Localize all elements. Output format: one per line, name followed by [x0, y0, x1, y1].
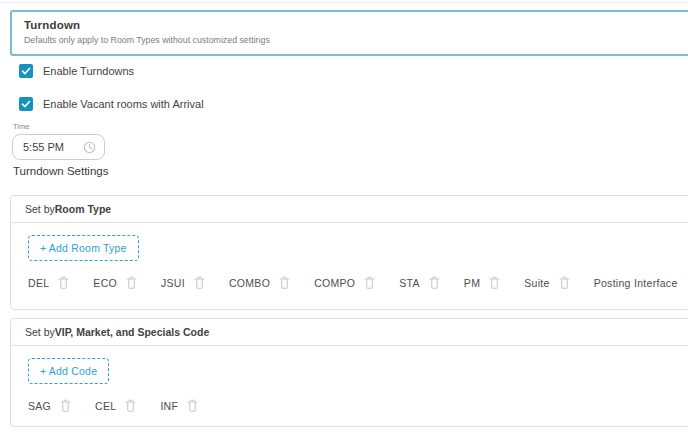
section-title-prefix: Set by [25, 326, 55, 338]
trash-icon[interactable] [364, 276, 375, 289]
code-chip: PM [464, 276, 500, 289]
trash-icon[interactable] [194, 276, 205, 289]
turndown-header-card: Turndown Defaults only apply to Room Typ… [10, 10, 688, 56]
section-title-bold: VIP, Market, and Specials Code [55, 326, 209, 338]
code-chip: INF [160, 399, 198, 412]
code-chip: COMPO [314, 276, 375, 289]
enable-vacant-checkbox[interactable] [19, 97, 33, 111]
trash-icon[interactable] [58, 276, 69, 289]
section-title-bold: Room Type [55, 203, 111, 215]
time-field [12, 134, 105, 160]
code-label: PM [464, 277, 480, 289]
code-chip: Posting Interface [594, 276, 688, 289]
clock-icon[interactable] [83, 141, 96, 154]
code-label: INF [160, 400, 178, 412]
trash-icon[interactable] [489, 276, 500, 289]
add-code-button[interactable]: + Add Code [28, 358, 109, 384]
code-label: COMPO [314, 277, 355, 289]
code-chip: ECO [93, 276, 137, 289]
code-label: JSUI [161, 277, 185, 289]
checkmark-icon [21, 99, 31, 109]
enable-vacant-row: Enable Vacant rooms with Arrival [19, 97, 204, 111]
room-type-section-title: Set by Room Type [11, 196, 688, 223]
trash-icon[interactable] [60, 399, 71, 412]
code-label: COMBO [229, 277, 270, 289]
code-label: DEL [28, 277, 49, 289]
trash-icon[interactable] [559, 276, 570, 289]
code-chip: Suite [524, 276, 569, 289]
enable-turndowns-row: Enable Turndowns [19, 64, 134, 78]
code-label: CEL [95, 400, 116, 412]
code-label: ECO [93, 277, 117, 289]
trash-icon[interactable] [126, 276, 137, 289]
page-title: Turndown [24, 19, 686, 31]
turndown-settings-heading: Turndown Settings [13, 165, 108, 177]
section-title-prefix: Set by [25, 203, 55, 215]
code-chip: STA [399, 276, 440, 289]
time-input[interactable] [13, 141, 71, 153]
code-chip: CEL [95, 399, 136, 412]
code-chip: COMBO [229, 276, 290, 289]
room-type-list: DELECOJSUICOMBOCOMPOSTAPMSuitePosting In… [28, 276, 688, 289]
code-label: Suite [524, 277, 549, 289]
code-label: SAG [28, 400, 51, 412]
trash-icon[interactable] [187, 399, 198, 412]
checkmark-icon [21, 66, 31, 76]
time-field-label: Time [13, 122, 29, 131]
code-chip: DEL [28, 276, 69, 289]
room-type-section: Set by Room Type + Add Room Type DELECOJ… [10, 195, 688, 310]
top-divider [0, 2, 688, 3]
enable-turndowns-checkbox[interactable] [19, 64, 33, 78]
trash-icon[interactable] [125, 399, 136, 412]
code-chip: SAG [28, 399, 71, 412]
enable-turndowns-label: Enable Turndowns [43, 65, 134, 77]
code-list: SAGCELINF [28, 399, 688, 412]
code-label: STA [399, 277, 420, 289]
trash-icon[interactable] [279, 276, 290, 289]
code-chip: JSUI [161, 276, 205, 289]
code-section-title: Set by VIP, Market, and Specials Code [11, 319, 688, 346]
page-subtitle: Defaults only apply to Room Types withou… [24, 35, 686, 45]
trash-icon[interactable] [429, 276, 440, 289]
code-label: Posting Interface [594, 277, 678, 289]
code-section: Set by VIP, Market, and Specials Code + … [10, 318, 688, 427]
enable-vacant-label: Enable Vacant rooms with Arrival [43, 98, 204, 110]
add-room-type-button[interactable]: + Add Room Type [28, 235, 139, 261]
